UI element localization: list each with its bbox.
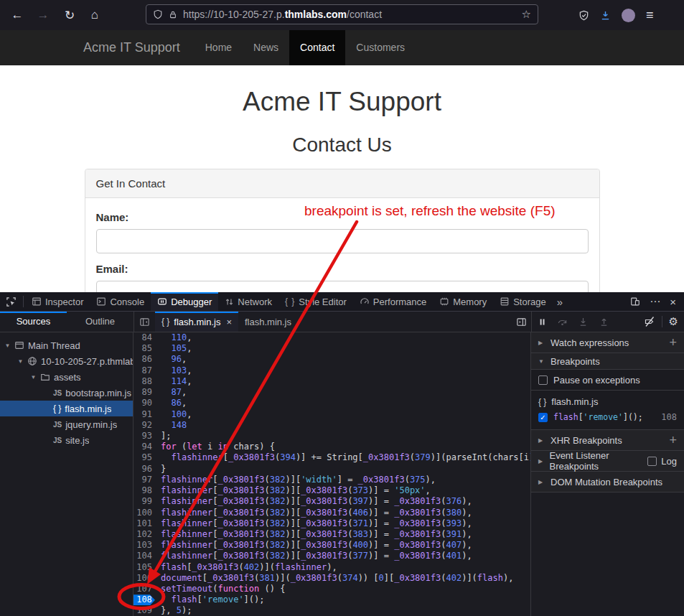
code-line-86[interactable]: 86 96,	[133, 354, 530, 365]
code-line-100[interactable]: 100flashinner[_0x3801f3(382)][_0x3801f3(…	[133, 508, 530, 518]
code-line-101[interactable]: 101flashinner[_0x3801f3(382)][_0x3801f3(…	[133, 518, 530, 529]
url-bar[interactable]: https://10-10-205-27.p.thmlabs.com/conta…	[146, 4, 538, 24]
event-listener-breakpoints-header[interactable]: ▶ Event Listener Breakpoints Log	[531, 451, 684, 472]
line-number[interactable]: 89	[133, 387, 155, 398]
line-number[interactable]: 102	[133, 529, 155, 540]
line-number[interactable]: 98	[133, 485, 155, 496]
line-number[interactable]: 97	[133, 475, 155, 485]
devtools-tab-storage[interactable]: Storage	[493, 292, 553, 311]
line-number[interactable]: 91	[133, 409, 155, 420]
code-line-89[interactable]: 89 87,	[133, 387, 530, 398]
code-line-93[interactable]: 93];	[133, 431, 530, 442]
log-checkbox[interactable]	[647, 457, 657, 466]
code-line-96[interactable]: 96}	[133, 464, 530, 475]
menu-icon[interactable]: ≡	[646, 8, 654, 23]
tab-sources[interactable]: Sources	[0, 312, 67, 332]
breakpoints-header[interactable]: ▼ Breakpoints	[531, 353, 684, 370]
code-editor[interactable]: 84 110,85 105,86 96,87 103,88 114,89 87,…	[133, 332, 531, 616]
line-number[interactable]: 84	[133, 332, 155, 343]
collapse-sidebar-icon[interactable]	[134, 312, 155, 332]
pause-on-exceptions-checkbox[interactable]	[538, 375, 548, 385]
code-line-106[interactable]: 106document[_0x3801f3(381)](_0x3801f3(37…	[133, 573, 530, 584]
site-nav-link-news[interactable]: News	[243, 30, 289, 65]
code-line-84[interactable]: 84 110,	[133, 332, 530, 343]
code-line-90[interactable]: 90 86,	[133, 398, 530, 409]
line-number[interactable]: 86	[133, 354, 155, 365]
step-out-icon[interactable]	[599, 317, 609, 327]
code-line-105[interactable]: 105flash[_0x3801f3(402)](flashinner),	[133, 562, 530, 573]
meatball-menu-icon[interactable]: ⋯	[650, 295, 660, 308]
code-line-108[interactable]: 108 flash['remove']();	[133, 594, 530, 605]
line-number[interactable]: 96	[133, 464, 155, 475]
tree-item-assets[interactable]: ▼assets	[0, 369, 133, 385]
file-tab-flash-min-js-2[interactable]: flash.min.js	[238, 312, 298, 332]
add-watch-icon[interactable]: +	[669, 336, 677, 349]
line-number[interactable]: 99	[133, 496, 155, 507]
caret-down-icon[interactable]: ▼	[30, 374, 37, 381]
caret-down-icon[interactable]: ▼	[17, 358, 24, 365]
line-number[interactable]: 104	[133, 551, 155, 561]
line-number[interactable]: 88	[133, 376, 155, 387]
dom-mutation-breakpoints-header[interactable]: ▶ DOM Mutation Breakpoints	[531, 472, 684, 493]
line-number[interactable]: 101	[133, 518, 155, 529]
more-tabs-icon[interactable]: »	[553, 292, 567, 311]
back-icon[interactable]: ←	[9, 8, 26, 22]
caret-down-icon[interactable]: ▼	[4, 342, 11, 349]
disable-breakpoints-icon[interactable]	[644, 316, 655, 327]
xhr-breakpoints-header[interactable]: ▶ XHR Breakpoints +	[531, 430, 684, 451]
event-log-toggle[interactable]: Log	[647, 456, 677, 467]
devtools-tab-console[interactable]: Console	[90, 292, 151, 311]
devtools-tab-network[interactable]: Network	[218, 292, 278, 311]
forward-icon[interactable]: →	[34, 8, 52, 22]
name-field[interactable]	[96, 229, 589, 253]
breakpoint-checkbox[interactable]: ✓	[538, 413, 548, 422]
code-line-91[interactable]: 91 100,	[133, 409, 530, 420]
watch-expressions-header[interactable]: ▶ Watch expressions +	[531, 332, 684, 353]
line-number[interactable]: 106	[133, 573, 155, 584]
shield-check-icon[interactable]	[578, 10, 589, 21]
tree-item-main-thread[interactable]: ▼Main Thread	[0, 337, 133, 353]
bookmark-star-icon[interactable]: ☆	[522, 8, 531, 21]
tree-item-flash-min-js[interactable]: { }flash.min.js	[0, 401, 133, 416]
site-nav-link-contact[interactable]: Contact	[289, 30, 345, 65]
email-field[interactable]	[96, 281, 589, 292]
line-number[interactable]: 87	[133, 365, 155, 376]
code-line-109[interactable]: 109}, 5);	[133, 605, 530, 616]
site-nav-link-customers[interactable]: Customers	[345, 30, 416, 65]
code-line-104[interactable]: 104flashinner[_0x3801f3(382)][_0x3801f3(…	[133, 551, 530, 561]
code-line-98[interactable]: 98flashinner[_0x3801f3(382)][_0x3801f3(3…	[133, 485, 530, 496]
code-line-99[interactable]: 99flashinner[_0x3801f3(382)][_0x3801f3(3…	[133, 496, 530, 507]
line-number[interactable]: 105	[133, 562, 155, 573]
tree-item-10-10-205-27-p-thmlabs-[interactable]: ▼10-10-205-27.p.thmlabs.	[0, 353, 133, 369]
shield-icon[interactable]	[153, 9, 163, 19]
code-line-95[interactable]: 95 flashinner[_0x3801f3(394)] += String[…	[133, 452, 530, 463]
code-line-87[interactable]: 87 103,	[133, 365, 530, 376]
step-in-icon[interactable]	[578, 317, 589, 327]
line-number[interactable]: 90	[133, 398, 155, 409]
line-number[interactable]: 109	[133, 605, 155, 616]
line-number[interactable]: 103	[133, 540, 155, 551]
devtools-tab-memory[interactable]: Memory	[433, 292, 493, 311]
code-line-92[interactable]: 92 148	[133, 420, 530, 431]
site-brand[interactable]: Acme IT Support	[0, 30, 180, 65]
tree-item-site-js[interactable]: JSsite.js	[0, 432, 133, 448]
breakpoint-marker[interactable]: 108	[133, 594, 155, 605]
code-line-102[interactable]: 102flashinner[_0x3801f3(382)][_0x3801f3(…	[133, 529, 530, 540]
devtools-tab-debugger[interactable]: Debugger	[151, 292, 218, 311]
close-devtools-icon[interactable]: ×	[670, 296, 676, 308]
devtools-tab-inspector[interactable]: Inspector	[25, 292, 90, 311]
code-line-103[interactable]: 103flashinner[_0x3801f3(382)][_0x3801f3(…	[133, 540, 530, 551]
account-avatar[interactable]	[622, 9, 635, 22]
node-picker-icon[interactable]	[0, 292, 22, 311]
settings-gear-icon[interactable]: ⚙	[669, 315, 678, 328]
line-number[interactable]: 94	[133, 442, 155, 452]
line-number[interactable]: 93	[133, 431, 155, 442]
home-icon[interactable]: ⌂	[86, 8, 103, 22]
line-number[interactable]: 85	[133, 343, 155, 354]
pause-icon[interactable]	[538, 317, 547, 327]
line-number[interactable]: 95	[133, 452, 155, 463]
line-number[interactable]: 92	[133, 420, 155, 431]
code-line-97[interactable]: 97flashinner[_0x3801f3(382)]['width'] = …	[133, 475, 530, 485]
close-tab-icon[interactable]: ×	[225, 317, 232, 327]
code-line-107[interactable]: 107setTimeout(function () {	[133, 584, 530, 594]
